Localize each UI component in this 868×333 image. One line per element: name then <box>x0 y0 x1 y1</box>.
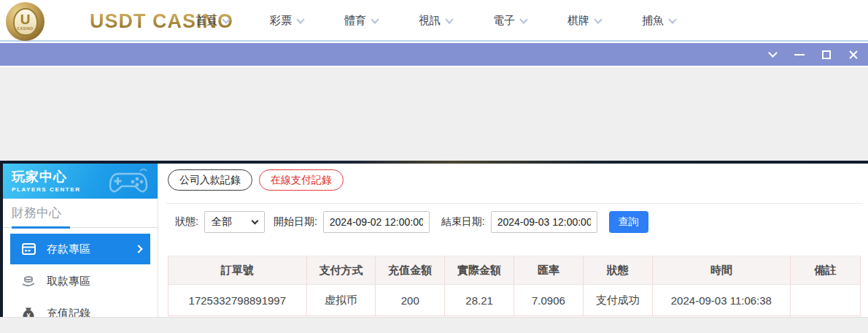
column-header-order-no: 訂單號 <box>168 256 307 284</box>
column-header-recharge-amount: 充值金額 <box>376 256 445 284</box>
records-content: 公司入款記錄 在線支付記錄 狀態: 全部 開始日期: 結束日期: 查詢 <box>159 164 868 317</box>
tabs-divider <box>166 203 862 204</box>
table-header-row: 訂單號 支付方式 充值金額 實際金額 匯率 狀態 時間 備註 <box>168 256 860 285</box>
nav-item-electronic[interactable]: 電子 <box>493 14 527 28</box>
nav-item-label: 電子 <box>493 14 515 28</box>
tab-label: 公司入款記錄 <box>179 174 241 187</box>
start-date-label: 開始日期: <box>274 215 317 229</box>
chevron-down-icon <box>519 15 527 23</box>
cell-exchange-rate: 7.0906 <box>514 285 584 316</box>
sidebar-item-withdraw[interactable]: 取款專區 <box>10 266 150 296</box>
status-select[interactable]: 全部 <box>204 211 265 233</box>
main-nav: 首頁 彩票 體育 視訊 電子 棋牌 <box>195 0 675 42</box>
player-center-panel: 玩家中心 PLAYERS CENTER 財務中心 <box>0 164 868 317</box>
nav-item-label: 彩票 <box>270 14 292 28</box>
hand-coins-icon <box>21 274 36 288</box>
close-button[interactable] <box>848 49 859 61</box>
nav-item-label: 棋牌 <box>567 14 589 28</box>
maximize-icon <box>822 50 831 59</box>
nav-item-lottery[interactable]: 彩票 <box>270 14 303 28</box>
sidebar-header: 玩家中心 PLAYERS CENTER <box>3 164 158 199</box>
titlebar-chevron-button[interactable] <box>767 49 778 61</box>
nav-item-home[interactable]: 首頁 <box>195 14 229 28</box>
status-select-value: 全部 <box>212 215 232 229</box>
cell-actual-amount: 28.21 <box>445 285 514 316</box>
record-tabs: 公司入款記錄 在線支付記錄 <box>168 169 344 191</box>
sidebar: 玩家中心 PLAYERS CENTER 財務中心 <box>0 164 158 317</box>
minimize-button[interactable] <box>794 49 805 61</box>
nav-item-label: 視訊 <box>419 14 441 28</box>
chevron-down-icon <box>445 15 453 23</box>
chevron-down-icon <box>668 15 676 23</box>
chevron-right-icon <box>134 245 142 253</box>
section-accent-bar <box>12 226 70 229</box>
maximize-button[interactable] <box>821 49 832 61</box>
tab-online-payment-record[interactable]: 在線支付記錄 <box>259 169 344 191</box>
sidebar-item-label: 存款專區 <box>47 242 136 256</box>
logo-ball-icon: U CASINO <box>6 2 44 41</box>
column-header-actual-amount: 實際金額 <box>445 256 514 284</box>
chevron-down-icon <box>251 218 258 225</box>
table-row: 1725332798891997 虚拟币 200 28.21 7.0906 支付… <box>168 285 860 316</box>
sidebar-item-label: 取款專區 <box>47 275 142 288</box>
nav-item-label: 首頁 <box>195 14 217 28</box>
window-titlebar <box>0 43 868 66</box>
column-header-remarks: 備註 <box>791 256 860 284</box>
filter-bar: 狀態: 全部 開始日期: 結束日期: 查詢 <box>175 210 648 234</box>
column-header-exchange-rate: 匯率 <box>514 256 584 284</box>
chevron-down-icon <box>222 15 230 23</box>
column-header-status: 狀態 <box>584 256 653 284</box>
footer-strip <box>0 317 868 333</box>
search-button[interactable]: 查詢 <box>609 211 648 233</box>
sidebar-item-deposit[interactable]: 存款專區 <box>10 234 150 264</box>
table-body: 1725332798891997 虚拟币 200 28.21 7.0906 支付… <box>168 285 860 316</box>
cell-time: 2024-09-03 11:06:38 <box>653 285 791 316</box>
cell-status: 支付成功 <box>584 285 653 316</box>
logo-emblem: U CASINO <box>13 8 38 36</box>
nav-item-video[interactable]: 視訊 <box>419 14 452 28</box>
close-icon <box>848 50 859 60</box>
tab-label: 在線支付記錄 <box>271 174 332 187</box>
empty-content-area <box>0 66 868 161</box>
tab-company-deposit-record[interactable]: 公司入款記錄 <box>168 169 252 191</box>
nav-item-sports[interactable]: 體育 <box>344 14 378 28</box>
deposit-card-icon <box>21 242 36 256</box>
logo-sub-text: CASINO <box>17 26 33 31</box>
gamepad-icon <box>108 166 150 196</box>
chevron-down-icon <box>371 15 379 23</box>
app-window: U CASINO USDT CASINO 首頁 彩票 體育 視訊 <box>0 0 868 333</box>
nav-item-fishing[interactable]: 捕魚 <box>642 14 675 28</box>
payment-records-table: 訂單號 支付方式 充值金額 實際金額 匯率 狀態 時間 備註 172533279… <box>168 256 861 316</box>
site-header: U CASINO USDT CASINO 首頁 彩票 體育 視訊 <box>0 0 868 42</box>
minimize-icon <box>794 54 805 56</box>
nav-item-label: 體育 <box>344 14 366 28</box>
sidebar-section-finance: 財務中心 <box>3 199 158 228</box>
chevron-down-icon <box>594 15 602 23</box>
cell-remarks <box>791 285 860 316</box>
column-header-payment-method: 支付方式 <box>307 256 376 284</box>
chevron-down-icon <box>296 15 304 23</box>
end-date-input[interactable] <box>491 211 597 233</box>
nav-item-label: 捕魚 <box>642 14 664 28</box>
nav-item-chess[interactable]: 棋牌 <box>567 14 601 28</box>
sidebar-section-label: 財務中心 <box>12 206 61 220</box>
status-label: 狀態: <box>175 215 198 229</box>
cell-recharge-amount: 200 <box>376 285 445 316</box>
cell-order-no: 1725332798891997 <box>168 285 307 316</box>
cell-payment-method: 虚拟币 <box>307 285 376 316</box>
end-date-label: 結束日期: <box>441 215 485 229</box>
start-date-input[interactable] <box>323 211 430 233</box>
sidebar-menu: 存款專區 取款專區 ¥ 充值記錄 <box>3 228 158 329</box>
chevron-down-icon <box>768 48 778 58</box>
logo-letter: U <box>20 13 31 26</box>
column-header-time: 時間 <box>653 256 791 284</box>
